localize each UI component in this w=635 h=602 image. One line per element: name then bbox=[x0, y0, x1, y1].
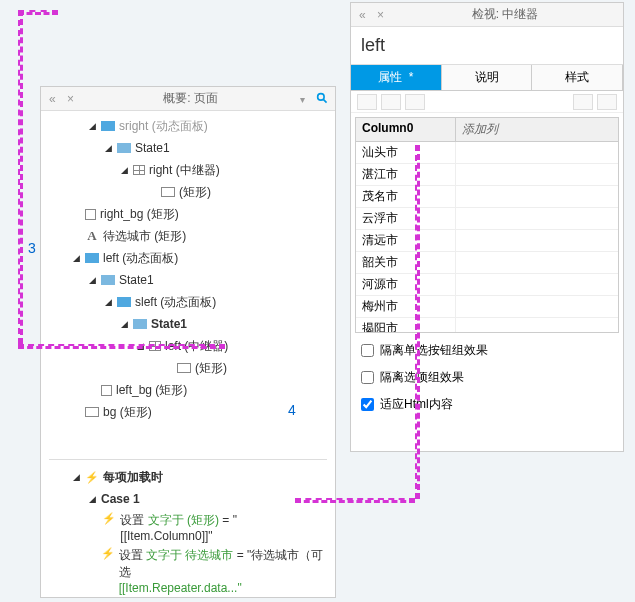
caret-icon[interactable] bbox=[89, 275, 99, 285]
dyn-icon bbox=[101, 121, 115, 131]
caret-icon[interactable] bbox=[89, 121, 99, 131]
tree-node[interactable]: left (动态面板) bbox=[41, 247, 335, 269]
grid-row[interactable]: 湛江市 bbox=[356, 164, 618, 186]
caret-icon[interactable] bbox=[105, 297, 115, 307]
tree-node[interactable]: right_bg (矩形) bbox=[41, 203, 335, 225]
grid-tool-4[interactable] bbox=[573, 94, 593, 110]
grid-tool-3[interactable] bbox=[405, 94, 425, 110]
state-icon bbox=[101, 275, 115, 285]
annot-line bbox=[415, 145, 420, 499]
node-label: left (动态面板) bbox=[103, 250, 178, 267]
grid-body[interactable]: 汕头市湛江市茂名市云浮市清远市韶关市河源市梅州市揭阳市汕尾市潮州市 bbox=[356, 142, 618, 332]
grid-cell[interactable]: 清远市 bbox=[356, 230, 456, 251]
search-icon[interactable] bbox=[316, 92, 329, 105]
outline-header: « × 概要: 页面 bbox=[41, 87, 335, 111]
close-icon[interactable]: × bbox=[377, 8, 391, 22]
grid-cell[interactable]: 揭阳市 bbox=[356, 318, 456, 332]
tree-node[interactable]: sleft (动态面板) bbox=[41, 291, 335, 313]
grid-cell[interactable]: 韶关市 bbox=[356, 252, 456, 273]
tree-node[interactable]: left_bg (矩形) bbox=[41, 379, 335, 401]
tree-node[interactable]: (矩形) bbox=[41, 357, 335, 379]
grid-cell[interactable]: 茂名市 bbox=[356, 186, 456, 207]
annot-line bbox=[295, 498, 415, 503]
node-label: (矩形) bbox=[179, 184, 211, 201]
caret-icon[interactable] bbox=[73, 253, 83, 263]
checkbox-isolate-select[interactable] bbox=[361, 371, 374, 384]
grid-row[interactable]: 河源市 bbox=[356, 274, 618, 296]
inspector-header: « × 检视: 中继器 bbox=[351, 3, 623, 27]
grid-row[interactable]: 梅州市 bbox=[356, 296, 618, 318]
node-label: right_bg (矩形) bbox=[100, 206, 179, 223]
collapse-icon[interactable]: « bbox=[49, 92, 63, 106]
caret-icon[interactable] bbox=[121, 319, 131, 329]
tree-node[interactable]: State1 bbox=[41, 313, 335, 335]
grid-cell[interactable]: 湛江市 bbox=[356, 164, 456, 185]
dyn-icon bbox=[117, 297, 131, 307]
collapse-icon[interactable]: « bbox=[359, 8, 373, 22]
filter-icon[interactable] bbox=[300, 92, 314, 106]
node-label: right (中继器) bbox=[149, 162, 220, 179]
svg-line-1 bbox=[323, 99, 326, 102]
close-icon[interactable]: × bbox=[67, 92, 81, 106]
annotation-3: 3 bbox=[28, 240, 36, 256]
tree-node[interactable]: A 待选城市 (矩形) bbox=[41, 225, 335, 247]
grid-tool-1[interactable] bbox=[357, 94, 377, 110]
grid-cell[interactable]: 河源市 bbox=[356, 274, 456, 295]
inspector-tabs: 属性 * 说明 样式 bbox=[351, 65, 623, 91]
state-icon bbox=[117, 143, 131, 153]
check-isolate-select[interactable]: 隔离选项组效果 bbox=[351, 364, 623, 391]
check-isolate-radio[interactable]: 隔离单选按钮组效果 bbox=[351, 337, 623, 364]
node-label: left_bg (矩形) bbox=[116, 382, 187, 399]
chk-icon bbox=[101, 385, 112, 396]
grid-tool-5[interactable] bbox=[597, 94, 617, 110]
grid-tool-2[interactable] bbox=[381, 94, 401, 110]
node-label: State1 bbox=[151, 317, 187, 331]
caret-icon[interactable] bbox=[121, 165, 131, 175]
outline-tree: sright (动态面板) State1 right (中继器) (矩形) ri… bbox=[41, 111, 335, 597]
annotation-4: 4 bbox=[288, 402, 296, 418]
grid-row[interactable]: 清远市 bbox=[356, 230, 618, 252]
grid-row[interactable]: 汕头市 bbox=[356, 142, 618, 164]
annot-line bbox=[18, 344, 225, 349]
annot-line bbox=[18, 10, 23, 344]
text-icon: A bbox=[85, 230, 99, 242]
object-name[interactable]: left bbox=[351, 27, 623, 65]
outline-title: 概要: 页面 bbox=[83, 90, 298, 107]
grid-row[interactable]: 云浮市 bbox=[356, 208, 618, 230]
grid-header: Column0 添加列 bbox=[356, 118, 618, 142]
tab-style[interactable]: 样式 bbox=[532, 65, 623, 90]
lightning-icon bbox=[102, 512, 116, 524]
caret-icon[interactable] bbox=[105, 143, 115, 153]
grid-row[interactable]: 揭阳市 bbox=[356, 318, 618, 332]
inspector-title: 检视: 中继器 bbox=[393, 6, 617, 23]
grid-add-column[interactable]: 添加列 bbox=[456, 118, 618, 141]
tree-node[interactable]: State1 bbox=[41, 137, 335, 159]
tab-notes[interactable]: 说明 bbox=[442, 65, 533, 90]
tree-node[interactable]: right (中继器) bbox=[41, 159, 335, 181]
node-label: bg (矩形) bbox=[103, 404, 152, 421]
node-label: sleft (动态面板) bbox=[135, 294, 216, 311]
grid-row[interactable]: 韶关市 bbox=[356, 252, 618, 274]
event-action-1[interactable]: 设置 文字于 (矩形) = "[[Item.Column0]]" bbox=[41, 510, 335, 545]
annot-line bbox=[18, 10, 58, 15]
rect-icon bbox=[161, 187, 175, 197]
tree-node[interactable]: State1 bbox=[41, 269, 335, 291]
lightning-icon bbox=[101, 547, 115, 559]
node-label: (矩形) bbox=[195, 360, 227, 377]
tree-node[interactable]: sright (动态面板) bbox=[41, 115, 335, 137]
checkbox-isolate-radio[interactable] bbox=[361, 344, 374, 357]
event-onload[interactable]: 每项加载时 bbox=[41, 466, 335, 488]
grid-cell[interactable]: 梅州市 bbox=[356, 296, 456, 317]
event-case[interactable]: Case 1 bbox=[41, 488, 335, 510]
grid-col-0[interactable]: Column0 bbox=[356, 118, 456, 141]
rect-icon bbox=[85, 407, 99, 417]
grid-cell[interactable]: 云浮市 bbox=[356, 208, 456, 229]
checkbox-fit-html[interactable] bbox=[361, 398, 374, 411]
event-action-2[interactable]: 设置 文字于 待选城市 = "待选城市（可选[[Item.Repeater.da… bbox=[41, 545, 335, 597]
grid-cell[interactable]: 汕头市 bbox=[356, 142, 456, 163]
tree-node[interactable]: (矩形) bbox=[41, 181, 335, 203]
tab-properties[interactable]: 属性 * bbox=[351, 65, 442, 90]
grid-row[interactable]: 茂名市 bbox=[356, 186, 618, 208]
svg-point-0 bbox=[318, 94, 325, 101]
check-fit-html[interactable]: 适应Html内容 bbox=[351, 391, 623, 418]
